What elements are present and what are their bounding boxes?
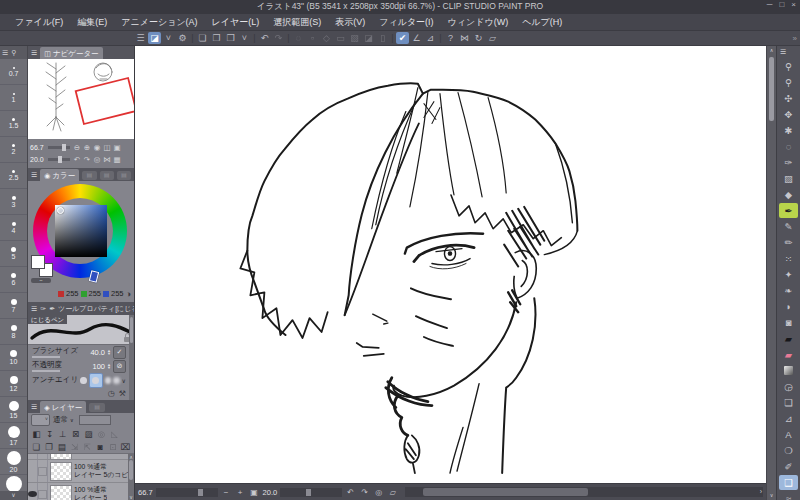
tab-layer[interactable]: ◈ レイヤー — [40, 401, 86, 413]
subtool-tab-icon[interactable]: ✑ — [40, 305, 46, 313]
layer-visibility-cell[interactable] — [28, 460, 38, 482]
tab-color-mixing[interactable]: ▤ — [117, 171, 131, 180]
antialias-weak-option-selected[interactable] — [89, 373, 103, 388]
dynamics-toggle-icon[interactable]: ✓ — [113, 346, 126, 359]
fill-tool-icon[interactable]: ◙ — [779, 315, 798, 330]
antialias-medium-option[interactable] — [105, 377, 111, 384]
lasso-tool-icon[interactable]: ◌ — [779, 139, 798, 154]
brush-size-value[interactable]: 40.0 — [82, 348, 105, 357]
pencil-tool-icon[interactable]: ✏ — [779, 235, 798, 250]
transfer-layer-icon[interactable]: ⇲ — [68, 441, 81, 453]
new-file-icon[interactable]: ❏ — [196, 32, 209, 44]
hue-marker[interactable] — [89, 270, 99, 283]
layer-check-cell[interactable] — [38, 483, 48, 500]
slider-knob[interactable] — [62, 144, 66, 151]
saturation-value-square[interactable] — [55, 205, 107, 257]
layer-visibility-cell[interactable] — [28, 483, 38, 500]
brush-size-item[interactable]: 2.5 — [0, 163, 27, 189]
sv-marker[interactable] — [57, 207, 64, 214]
marquee-tool-icon[interactable]: ▨ — [779, 171, 798, 186]
layer-color-swatch[interactable]: ˅ — [31, 414, 50, 426]
fit-to-window-icon[interactable]: ▣ — [112, 143, 122, 153]
tool-property-scrollbar[interactable] — [129, 315, 134, 400]
zoom-fit-button[interactable]: ▣ — [249, 487, 260, 498]
brush-size-item[interactable]: 6 — [0, 267, 27, 293]
move-tool-icon[interactable]: ✥ — [779, 107, 798, 122]
text-tool-icon[interactable]: A — [779, 427, 798, 442]
slider-knob[interactable] — [58, 156, 62, 163]
brush-size-item[interactable]: 12 — [0, 371, 27, 397]
navigator-thumbnail[interactable] — [28, 59, 134, 139]
toolbar-overflow-icon[interactable]: » — [793, 34, 797, 43]
layer-opacity-slider[interactable] — [79, 415, 111, 425]
merge-layer-icon[interactable]: ⇱ — [81, 441, 94, 453]
main-menu-icon[interactable]: ☰ — [134, 32, 147, 44]
panel-menu-icon[interactable]: ☰ — [31, 49, 37, 57]
reset-rotation-icon[interactable]: ↻ — [472, 32, 485, 44]
blend-tool-icon[interactable]: ◗ — [779, 299, 798, 314]
brush-size-item[interactable]: 5 — [0, 241, 27, 267]
subtool-detail-icon[interactable]: ⚒ — [119, 389, 126, 398]
help-icon[interactable]: ? — [444, 32, 457, 44]
tab-color-set[interactable]: ▤ — [100, 171, 114, 180]
panel-menu-icon[interactable]: ☰ — [780, 48, 786, 56]
menu-animation[interactable]: アニメーション(A) — [114, 14, 204, 30]
brush-size-scroll-down[interactable]: ∨ — [0, 491, 27, 500]
zoom-tool-icon[interactable]: ⚲ — [779, 59, 798, 74]
wheel-style-toggle-icon[interactable]: ◑ — [126, 289, 131, 299]
new-layer-dialog-icon[interactable]: ❐ — [43, 441, 56, 453]
property-slider[interactable] — [32, 356, 60, 358]
tool-switch-icon[interactable]: ◪ — [148, 32, 161, 44]
scroll-down-icon[interactable]: ∨ — [770, 491, 774, 500]
tab-layer-property[interactable]: ▤ — [89, 403, 105, 412]
menu-filter[interactable]: フィルター(I) — [372, 14, 440, 30]
balloon-tool-icon[interactable]: ❍ — [779, 443, 798, 458]
brush-size-item[interactable]: 25 — [0, 475, 27, 491]
deselect-icon[interactable]: ◌ — [292, 32, 305, 44]
layer-row[interactable]: 100 %通常 レイヤー 5のコピ — [28, 460, 134, 483]
flip-view-icon[interactable]: ⋈ — [458, 32, 471, 44]
new-layer-icon[interactable]: ❏ — [30, 441, 43, 453]
zoom-in-icon[interactable]: ⊕ — [82, 143, 92, 153]
menu-layer[interactable]: レイヤー(L) — [205, 14, 267, 30]
scroll-up-icon[interactable]: ∧ — [770, 46, 774, 55]
status-zoom-slider[interactable] — [156, 488, 218, 497]
decoration-tool-icon[interactable]: ✦ — [779, 267, 798, 282]
settings-gear-icon[interactable]: ⚙ — [176, 32, 189, 44]
frame-border-tool-icon[interactable]: ❏ — [779, 395, 798, 410]
reference-layer-icon[interactable]: ◎ — [95, 428, 108, 440]
marker-tool-icon[interactable]: ✎ — [779, 219, 798, 234]
separator[interactable]: | — [190, 32, 195, 44]
rotate-left-icon[interactable]: ↶ — [72, 155, 82, 165]
reset-view-button[interactable]: ▱ — [387, 487, 398, 498]
brush-size-item[interactable]: 7 — [0, 293, 27, 319]
brush-size-item[interactable]: 2 — [0, 137, 27, 163]
tab-color-wheel[interactable]: ◉ カラー — [40, 169, 79, 181]
new-folder-icon[interactable]: ▤ — [56, 441, 69, 453]
watercolor-brush-tool-icon[interactable]: ❧ — [779, 283, 798, 298]
menu-edit[interactable]: 編集(E) — [70, 14, 114, 30]
reset-view-icon[interactable]: ▦ — [112, 155, 122, 165]
brush-size-item[interactable]: 1.5 — [0, 111, 27, 137]
redo-icon[interactable]: ↷ — [272, 32, 285, 44]
layer-row[interactable]: 100 %通常 レイヤー 5 — [28, 483, 134, 500]
lock-transparent-icon[interactable]: ▨ — [82, 428, 95, 440]
v-scroll-thumb[interactable] — [769, 57, 774, 121]
horizontal-scrollbar[interactable]: › — [405, 487, 763, 497]
draft-layer-icon[interactable]: ⊥ — [56, 428, 69, 440]
reset-rotation-button[interactable]: ◎ — [373, 487, 384, 498]
subtool-tab-icon-2[interactable]: ✒ — [49, 305, 55, 313]
layer-mask-icon[interactable]: ◙ — [94, 441, 107, 453]
separator[interactable]: | — [252, 32, 257, 44]
stepper-icon[interactable]: ▲▼ — [107, 363, 111, 369]
layer-list-scrollbar[interactable]: ∧ ∨ — [128, 454, 134, 500]
fit-to-screen-icon[interactable]: ◫ — [102, 143, 112, 153]
tab-color-slider[interactable]: ▤ — [82, 171, 96, 180]
eye-icon[interactable] — [28, 491, 37, 497]
color-switch-bar[interactable]: •• — [31, 278, 51, 283]
tab-navigator[interactable]: ◫ ナビゲーター — [40, 47, 102, 59]
eyedropper-tool-icon[interactable]: ✑ — [779, 155, 798, 170]
delete-layer-icon[interactable]: ⌧ — [119, 441, 132, 453]
panel-menu-icon[interactable]: ☰ — [31, 305, 37, 313]
rotate-right-button[interactable]: ↷ — [359, 487, 370, 498]
